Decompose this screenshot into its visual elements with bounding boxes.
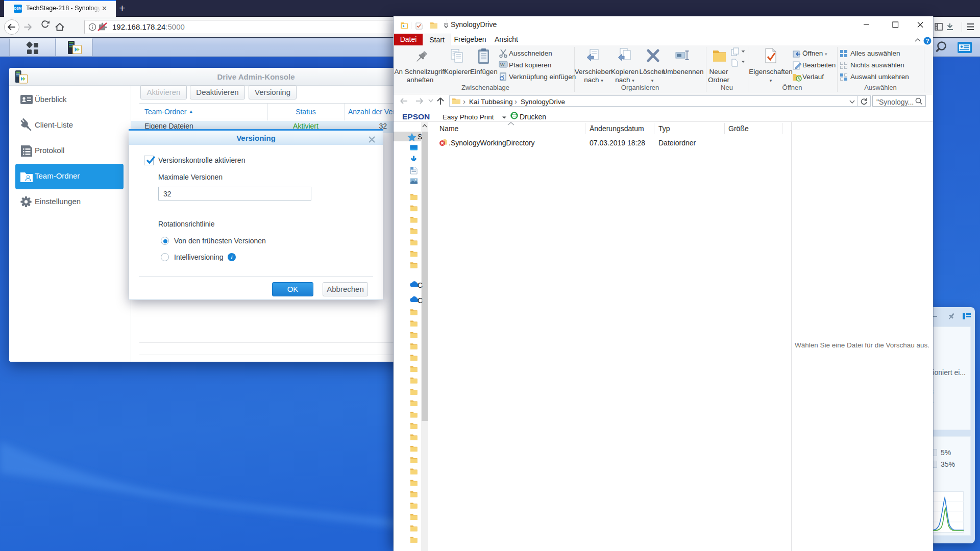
svg-text:W-: W-: [500, 62, 506, 67]
svg-text:?: ?: [926, 38, 929, 44]
